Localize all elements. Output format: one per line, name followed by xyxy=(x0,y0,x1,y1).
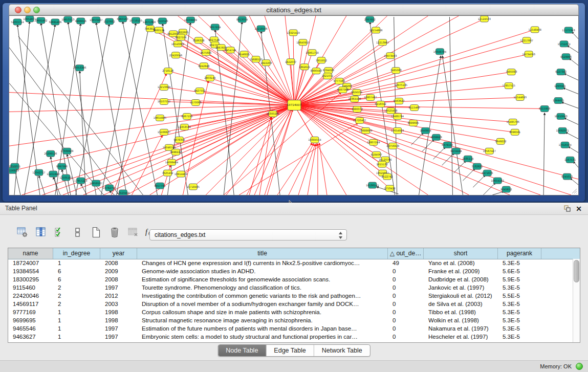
tab-node-table[interactable]: Node Table xyxy=(218,345,266,356)
graph-node[interactable]: 7986372 xyxy=(352,106,363,112)
column-header-out_de[interactable]: △ out_de… xyxy=(388,248,424,259)
graph-node[interactable]: 20206526 xyxy=(44,150,57,157)
graph-edge[interactable] xyxy=(411,133,424,145)
graph-node[interactable]: 5878354 xyxy=(173,137,185,143)
graph-edge[interactable] xyxy=(53,177,60,195)
graph-node[interactable]: 12505185 xyxy=(59,174,72,181)
float-panel-button[interactable] xyxy=(562,204,572,213)
select-all-button[interactable] xyxy=(52,226,66,239)
cell[interactable]: 5.3E-5 xyxy=(498,324,541,333)
cell[interactable]: Changes of HCN gene expression and I(f) … xyxy=(137,259,388,267)
cell[interactable]: Jankovic et al. (1997) xyxy=(424,283,498,292)
cell[interactable]: 1997 xyxy=(100,333,137,341)
cell[interactable]: 1998 xyxy=(100,316,137,324)
cell[interactable]: 19384554 xyxy=(8,267,53,275)
table-row[interactable]: 1830029562008Estimation of significance … xyxy=(8,275,573,283)
table-row[interactable]: 1938455462009Genome-wide association stu… xyxy=(8,267,573,275)
graph-edge[interactable] xyxy=(569,58,578,65)
cell[interactable]: 5.6E-5 xyxy=(498,267,541,275)
graph-node[interactable]: 19384554 xyxy=(308,137,321,143)
graph-node[interactable]: 19218506 xyxy=(254,26,267,32)
graph-node[interactable]: 12042717 xyxy=(32,169,45,176)
cell[interactable]: 0 xyxy=(388,300,424,308)
cell[interactable]: 0 xyxy=(388,283,424,292)
citation-network-graph[interactable]: 1872400718300295796382286601248912954582… xyxy=(9,16,578,195)
cell[interactable]: Corpus callosum shape and size in male p… xyxy=(137,308,388,316)
graph-node[interactable]: 11548408 xyxy=(528,27,541,33)
graph-edge[interactable] xyxy=(294,105,382,165)
graph-node[interactable]: 2803144 xyxy=(204,75,215,81)
graph-node[interactable]: 1362615 xyxy=(299,64,310,70)
cell[interactable]: 1 xyxy=(53,333,100,341)
graph-node[interactable]: 8427552 xyxy=(194,88,205,94)
graph-edge[interactable] xyxy=(565,132,578,139)
graph-node[interactable]: 15751074 xyxy=(557,41,570,47)
graph-node[interactable]: 1170063 xyxy=(190,100,201,106)
graph-node[interactable]: 8267150 xyxy=(181,113,192,119)
graph-node[interactable]: 14353594 xyxy=(178,124,191,130)
graph-node[interactable]: 17339928 xyxy=(60,148,73,154)
graph-node[interactable]: 11544693 xyxy=(514,95,527,101)
graph-edge[interactable] xyxy=(419,56,441,195)
graph-node[interactable]: 10719155 xyxy=(129,17,142,24)
cell[interactable]: Stergiakouli et al. (2012) xyxy=(424,292,498,300)
graph-node[interactable]: 11175343 xyxy=(562,27,575,33)
graph-node[interactable]: 6379197 xyxy=(442,142,453,148)
delete-button[interactable] xyxy=(107,226,121,239)
graph-edge[interactable] xyxy=(39,176,45,195)
graph-node[interactable]: 20053346 xyxy=(73,65,86,71)
graph-node[interactable]: 3498222 xyxy=(170,149,181,155)
graph-node[interactable]: 15718485 xyxy=(187,184,200,190)
graph-edge[interactable] xyxy=(123,21,158,195)
graph-edge[interactable] xyxy=(294,16,316,105)
cell[interactable]: 1 xyxy=(53,316,100,324)
cell[interactable]: Disruption of a novel member of a sodium… xyxy=(137,300,388,308)
graph-node[interactable]: 9245652 xyxy=(500,186,512,192)
graph-edge[interactable] xyxy=(319,143,327,195)
graph-node[interactable]: 1244415 xyxy=(553,98,564,104)
cell[interactable]: 14569117 xyxy=(8,300,53,308)
graph-edge[interactable] xyxy=(199,40,294,105)
graph-edge[interactable] xyxy=(259,117,272,195)
graph-node[interactable]: 54055714 xyxy=(11,19,24,25)
graph-edge[interactable] xyxy=(256,59,294,105)
table-row[interactable]: 946362711997Embryonic stem cells: a mode… xyxy=(8,333,573,341)
graph-edge[interactable] xyxy=(563,88,578,94)
graph-edge[interactable] xyxy=(294,105,500,142)
cell[interactable]: 2 xyxy=(53,300,100,308)
tab-edge-table[interactable]: Edge Table xyxy=(266,345,313,356)
graph-node[interactable]: 8454749 xyxy=(225,47,236,53)
cell[interactable]: Franke et al. (2009) xyxy=(424,267,498,275)
graph-edge[interactable] xyxy=(204,66,294,105)
graph-node[interactable]: 9329966 xyxy=(560,54,572,60)
cell[interactable]: Yano et al. (2008) xyxy=(424,259,498,267)
graph-edge[interactable] xyxy=(561,102,578,108)
graph-node[interactable]: 1822203 xyxy=(260,60,272,66)
graph-edge[interactable] xyxy=(254,108,291,195)
cell[interactable]: 2008 xyxy=(100,259,137,267)
graph-edge[interactable] xyxy=(9,48,119,195)
graph-edge[interactable] xyxy=(162,24,188,195)
cell[interactable]: 1 xyxy=(53,259,100,267)
graph-edge[interactable] xyxy=(41,23,71,195)
cell[interactable]: Tourette syndrome. Phenomenology and cla… xyxy=(137,283,388,292)
graph-edge[interactable] xyxy=(294,105,374,143)
cell[interactable]: 2008 xyxy=(100,275,137,283)
cell[interactable]: Hescheler et al. (1997) xyxy=(424,333,498,341)
table-row[interactable]: 1872400712008Changes of HCN gene express… xyxy=(8,259,573,267)
table-row[interactable]: 2242004622012Investigating the contribut… xyxy=(8,292,573,300)
graph-node[interactable]: 14671368 xyxy=(143,19,156,25)
graph-node[interactable]: 9115460 xyxy=(409,105,420,111)
cell[interactable]: 6 xyxy=(53,267,100,275)
graph-node[interactable]: 7132621 xyxy=(471,163,483,169)
cell[interactable]: de Silva et al. (2003) xyxy=(424,300,498,308)
cell[interactable]: 0 xyxy=(388,324,424,333)
graph-node[interactable]: 1753426 xyxy=(384,185,396,191)
graph-node[interactable]: 18807249 xyxy=(367,139,380,145)
graph-node[interactable]: 19734093 xyxy=(522,51,535,57)
cell[interactable]: 2 xyxy=(53,283,100,292)
graph-node[interactable]: 12923468 xyxy=(117,190,129,195)
graph-edge[interactable] xyxy=(9,83,104,195)
graph-node[interactable]: 10567427 xyxy=(483,148,496,154)
graph-edge[interactable] xyxy=(463,168,475,181)
